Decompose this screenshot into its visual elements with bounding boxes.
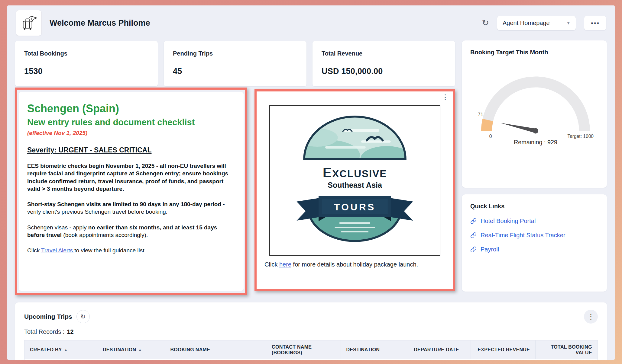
- kebab-menu-icon[interactable]: ⋮: [442, 93, 449, 101]
- app-logo[interactable]: [16, 10, 42, 36]
- gauge-min-label: 0: [489, 134, 492, 139]
- travel-suitcase-icon: [19, 14, 38, 32]
- announcement-paragraph-1: EES biometric checks begin November 1, 2…: [27, 162, 233, 193]
- badge-dome-graphic: [297, 113, 412, 161]
- announcement-paragraph-2: Short-stay Schengen visits are limited t…: [27, 200, 233, 216]
- quick-link-label: Real-Time Flight Status Tracker: [481, 232, 565, 239]
- quick-links-title: Quick Links: [470, 203, 598, 210]
- normal-text: Click: [264, 261, 279, 268]
- normal-text: for more details about holiday package l…: [291, 261, 418, 268]
- quick-link-label: Payroll: [481, 246, 499, 253]
- stat-value: 45: [173, 67, 297, 76]
- upcoming-trips-title: Upcoming Trips: [24, 313, 72, 320]
- promo-caption: Click here for more details about holida…: [263, 261, 447, 268]
- gauge-target-label: Target: 1000: [567, 134, 594, 139]
- normal-text: verify client's previous Schengen travel…: [27, 209, 167, 215]
- announcement-severity: Severity: URGENT - SALES CRITICAL: [27, 146, 233, 154]
- quick-links-card: Quick Links Hotel Booking Portal Real-Ti…: [462, 194, 607, 292]
- link-icon: [470, 218, 477, 224]
- announcement-subheading: New entry rules and document checklist: [27, 117, 233, 127]
- refresh-icon: ↻: [80, 313, 86, 320]
- gauge-remaining-label: Remaining : 929: [514, 139, 557, 145]
- quick-link-payroll[interactable]: Payroll: [470, 246, 598, 253]
- stat-label: Pending Trips: [173, 50, 297, 57]
- announcement-panel: Schengen (Spain) New entry rules and doc…: [15, 88, 247, 295]
- refresh-icon[interactable]: ↻: [482, 19, 489, 27]
- stat-value: 1530: [24, 67, 149, 76]
- more-options-button[interactable]: ⋯: [584, 16, 606, 30]
- booking-target-title: Booking Target This Month: [470, 49, 598, 56]
- column-header-created-by[interactable]: CREATED BY▲: [24, 340, 97, 359]
- normal-text: (book appointments accordingly).: [62, 232, 148, 238]
- total-records-count: 12: [67, 328, 73, 335]
- normal-text: Schengen visas - apply: [27, 224, 88, 231]
- travel-alerts-link[interactable]: Travel Alerts: [41, 247, 74, 254]
- booking-target-card: Booking Target This Month 71 0 Target: 1…: [462, 40, 607, 188]
- ellipsis-icon: ⋯: [591, 21, 600, 25]
- homepage-dropdown-label: Agent Homepage: [503, 20, 550, 27]
- badge-ribbon-graphic: TOURS: [294, 193, 415, 251]
- refresh-trips-button[interactable]: ↻: [76, 310, 90, 323]
- stat-value: USD 150,000.00: [322, 67, 446, 76]
- total-records-label: Total Records :: [24, 328, 64, 335]
- column-header-destination[interactable]: DESTINATION▲: [97, 340, 165, 359]
- announcement-effective-date: (effective Nov 1, 2025): [27, 130, 233, 136]
- promo-badge-image: EXCLUSIVE Southeast Asia: [269, 105, 440, 256]
- chevron-down-icon: ▼: [566, 21, 570, 25]
- topbar: Welcome Marcus Philome ↻ Agent Homepage …: [7, 5, 615, 40]
- gauge-value-label: 71: [478, 112, 484, 117]
- content-area: Total Bookings 1530 Pending Trips 45 Tot…: [7, 40, 615, 360]
- quick-link-flight-tracker[interactable]: Real-Time Flight Status Tracker: [470, 232, 598, 239]
- stat-card-total-bookings: Total Bookings 1530: [15, 41, 158, 86]
- dashboard-page: Welcome Marcus Philome ↻ Agent Homepage …: [7, 5, 615, 360]
- sort-asc-icon: ▲: [64, 348, 67, 352]
- welcome-title: Welcome Marcus Philome: [50, 18, 150, 28]
- announcement-paragraph-3: Schengen visas - apply no earlier than s…: [27, 224, 233, 239]
- trips-table: CREATED BY▲ DESTINATION▲ BOOKING NAME CO…: [24, 340, 598, 360]
- badge-subtitle: Southeast Asia: [328, 181, 382, 190]
- stats-row: Total Bookings 1530 Pending Trips 45 Tot…: [15, 41, 455, 86]
- badge-banner-ribbon: TOURS: [294, 193, 415, 224]
- homepage-dropdown[interactable]: Agent Homepage ▼: [497, 16, 576, 30]
- table-row: [24, 359, 598, 360]
- link-icon: [470, 232, 477, 238]
- screenshot-frame: Welcome Marcus Philome ↻ Agent Homepage …: [0, 0, 622, 364]
- booking-target-gauge: 71 0 Target: 1000 Remaining : 929: [470, 69, 601, 146]
- normal-text: to view the full guidance list.: [74, 247, 146, 254]
- stat-label: Total Revenue: [322, 50, 446, 57]
- total-records: Total Records :12: [15, 328, 607, 335]
- badge-banner-text: TOURS: [334, 202, 376, 212]
- promo-here-link[interactable]: here: [279, 261, 291, 268]
- announcement-heading: Schengen (Spain): [27, 102, 233, 115]
- column-header-total-booking-value[interactable]: TOTAL BOOKING VALUE: [536, 340, 598, 359]
- announcement-paragraph-4: Click Travel Alerts to view the full gui…: [27, 247, 233, 254]
- stat-label: Total Bookings: [24, 50, 149, 57]
- announcement-card: Schengen (Spain) New entry rules and doc…: [19, 92, 244, 291]
- quick-link-label: Hotel Booking Portal: [481, 218, 536, 225]
- stat-card-pending-trips: Pending Trips 45: [164, 41, 306, 86]
- trips-table-header: CREATED BY▲ DESTINATION▲ BOOKING NAME CO…: [24, 340, 598, 359]
- promo-panel: ⋮: [254, 89, 455, 291]
- column-header-booking-name[interactable]: BOOKING NAME: [165, 340, 267, 359]
- normal-text: Click: [27, 247, 41, 254]
- badge-title: EXCLUSIVE: [323, 165, 387, 180]
- sort-asc-icon: ▲: [138, 348, 141, 352]
- quick-link-hotel-booking[interactable]: Hotel Booking Portal: [470, 218, 598, 225]
- bold-text: Short-stay Schengen visits are limited t…: [27, 201, 225, 207]
- link-icon: [470, 246, 477, 253]
- topbar-actions: ↻ Agent Homepage ▼ ⋯: [482, 16, 606, 30]
- column-header-departure-date[interactable]: DEPARTURE DATE: [408, 340, 471, 359]
- column-header-contact-name[interactable]: CONTACT NAME (BOOKINGS): [266, 340, 341, 359]
- quick-links-list: Hotel Booking Portal Real-Time Flight St…: [470, 218, 598, 253]
- column-header-expected-revenue[interactable]: EXPECTED REVENUE: [471, 340, 536, 359]
- gauge-needle: [500, 123, 536, 133]
- trips-kebab-menu[interactable]: ⋮: [584, 310, 598, 324]
- kebab-menu-icon: ⋮: [587, 312, 594, 321]
- stat-card-total-revenue: Total Revenue USD 150,000.00: [313, 41, 455, 86]
- upcoming-trips-panel: Upcoming Trips ↻ ⋮ Total Records :12 CRE…: [15, 302, 607, 360]
- column-header-destination-2[interactable]: DESTINATION: [341, 340, 409, 359]
